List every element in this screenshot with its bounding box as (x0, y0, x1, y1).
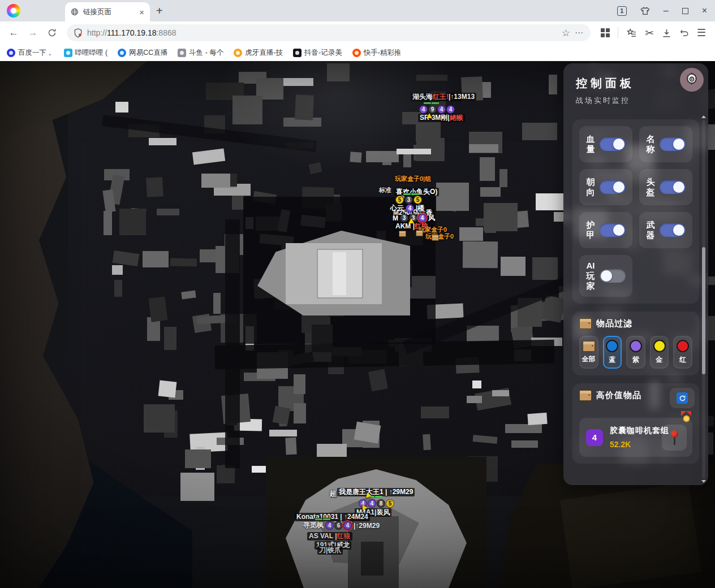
close-button[interactable]: × (702, 6, 707, 15)
page-viewport: 湖头海红王!|↑13M13SR-3M刚|姥猴喜欢小鱼头O)M250|乌兰香AKM… (0, 61, 715, 588)
screenshot-scissors-icon[interactable]: ✂ (645, 27, 654, 40)
tab-close-icon[interactable]: × (139, 7, 144, 17)
badge-row-prefix: 寻觅枫 (303, 521, 324, 530)
toggle-switch-武器[interactable] (660, 223, 686, 237)
refresh-button[interactable] (670, 388, 695, 408)
bookmark-label: 快手-精彩推 (364, 48, 402, 58)
toggle-switch-护甲[interactable] (600, 223, 626, 237)
health-bar (315, 518, 330, 520)
reload-button[interactable] (44, 25, 60, 41)
filter-option-红[interactable]: 红 (673, 336, 692, 369)
toggle-card-朝向[interactable]: 朝向 (579, 169, 632, 205)
bookmarks-list-icon[interactable] (626, 28, 637, 38)
health-bar (403, 193, 419, 195)
panel-subtitle: 战场实时监控 (576, 96, 696, 106)
toggle-card-头盔[interactable]: 头盔 (639, 169, 692, 205)
pin-icon (671, 430, 678, 438)
tier-badge: 4 (325, 521, 334, 530)
toggle-label: 朝向 (587, 177, 595, 197)
bookmark-item[interactable]: 斗鱼 - 每个 (178, 48, 223, 58)
high-value-item-card[interactable]: 4胶囊咖啡机套组52.2K (579, 418, 692, 457)
bookmark-item[interactable]: 虎牙直播-技 (234, 48, 283, 58)
panel-scroll-down-icon[interactable] (701, 480, 706, 483)
toggle-switch-AI玩家[interactable] (600, 269, 626, 283)
browser-window: 链接页面 × + 1 – × ← → http://111.170 (0, 0, 715, 588)
bookmark-item[interactable]: 哔哩哔哩 ( (64, 48, 108, 58)
map-small-text: 标准 (379, 186, 391, 194)
panel-scrollbar-thumb[interactable] (702, 247, 705, 374)
filter-option-蓝[interactable]: 蓝 (603, 336, 622, 369)
bookmark-item[interactable]: 网易CC直播 (118, 48, 167, 58)
filter-option-紫[interactable]: 紫 (626, 336, 645, 369)
tab-count-badge[interactable]: 1 (617, 6, 627, 16)
menu-icon[interactable]: ☰ (697, 27, 706, 39)
pin-icon (674, 438, 675, 445)
medal-disc (683, 415, 690, 422)
forward-button[interactable]: → (25, 25, 41, 41)
insecure-shield-icon[interactable] (74, 28, 83, 38)
tier-badge: 9 (428, 105, 437, 114)
display-toggles-section: 血量名称朝向头盔护甲武器AI玩家 (572, 119, 699, 304)
player-name-plate: AS VAL |红狼 (307, 532, 352, 541)
loot-box-label: 玩家盒子0|组 (395, 175, 431, 183)
browser-tab[interactable]: 链接页面 × (65, 2, 150, 21)
panel-title: 控制面板 (576, 76, 696, 91)
toggle-switch-名称[interactable] (660, 137, 686, 151)
bookmark-label: 网易CC直播 (129, 48, 167, 58)
more-actions-icon[interactable]: ⋯ (575, 28, 584, 38)
bookmark-item[interactable]: 抖音-记录美 (293, 48, 342, 58)
bookmark-item[interactable]: 快手-精彩推 (352, 48, 402, 58)
toggle-card-血量[interactable]: 血量 (579, 126, 632, 162)
locate-pin-button[interactable] (662, 425, 687, 451)
minimize-button[interactable]: – (664, 6, 669, 15)
toolbar-divider (618, 27, 618, 38)
undo-icon[interactable] (679, 28, 689, 37)
maximize-button[interactable] (682, 8, 688, 14)
toggle-card-护甲[interactable]: 护甲 (579, 212, 632, 248)
url-text[interactable]: http://111.170.19.18:8868 (87, 28, 557, 37)
download-icon[interactable] (662, 28, 671, 38)
high-value-title: 高价值物品 (596, 390, 641, 401)
back-button[interactable]: ← (6, 25, 21, 41)
bookmark-item[interactable]: 百度一下， (7, 48, 54, 58)
bookmark-favicon-icon (118, 49, 126, 57)
badge-row-suffix: |楼 (416, 204, 424, 213)
filter-option-金[interactable]: 金 (650, 336, 669, 369)
control-panel: 控制面板 战场实时监控 血量名称朝向头盔护甲武器AI玩家 物品过滤 全部蓝紫金红 (563, 63, 708, 485)
settings-button[interactable] (680, 68, 704, 92)
item-tier-badge: 4 (586, 429, 603, 446)
high-value-section: 高价值物品 4胶囊咖啡机套组52.2K (572, 383, 699, 464)
toggle-label: 头盔 (647, 177, 655, 197)
apps-grid-icon[interactable] (601, 28, 610, 37)
toggle-card-名称[interactable]: 名称 (639, 126, 692, 162)
box-icon (579, 318, 592, 329)
toggle-switch-朝向[interactable] (600, 180, 626, 194)
bookmark-favicon-icon (7, 49, 15, 57)
bookmark-label: 斗鱼 - 每个 (189, 48, 223, 58)
item-info: 胶囊咖啡机套组52.2K (610, 426, 669, 449)
item-filter-title: 物品过滤 (596, 318, 632, 329)
toggle-switch-血量[interactable] (600, 137, 626, 151)
toggle-card-武器[interactable]: 武器 (639, 212, 692, 248)
address-bar[interactable]: http://111.170.19.18:8868 ☆ ⋯ (67, 24, 591, 41)
toggle-knob (613, 224, 624, 236)
player-name-plate: SR-3M刚|姥猴 (418, 114, 465, 122)
loot-box-label: 玩家盒子0 (425, 232, 454, 241)
toggle-card-AI玩家[interactable]: AI玩家 (579, 255, 632, 297)
new-tab-button[interactable]: + (156, 5, 163, 16)
health-bar (423, 102, 439, 104)
filter-option-全部[interactable]: 全部 (579, 336, 598, 369)
bookmark-favicon-icon (234, 49, 242, 57)
gear-badge-row: 寻觅枫464|↑29M29 (302, 521, 381, 530)
filter-option-label: 紫 (632, 355, 639, 365)
theme-shirt-icon[interactable] (640, 7, 650, 15)
toggle-switch-头盔[interactable] (660, 180, 686, 194)
bookmark-favicon-icon (178, 49, 186, 57)
panel-scroll-up-icon[interactable] (701, 115, 706, 118)
browser-toolbar: ← → http://111.170.19.18:8868 ☆ ⋯ ✂ (0, 21, 715, 44)
bookmark-favicon-icon (352, 49, 361, 57)
tier-badge: 6 (334, 521, 343, 530)
tier-badge: 4 (437, 105, 446, 114)
color-dot-icon (606, 340, 618, 352)
bookmark-star-icon[interactable]: ☆ (562, 27, 570, 39)
